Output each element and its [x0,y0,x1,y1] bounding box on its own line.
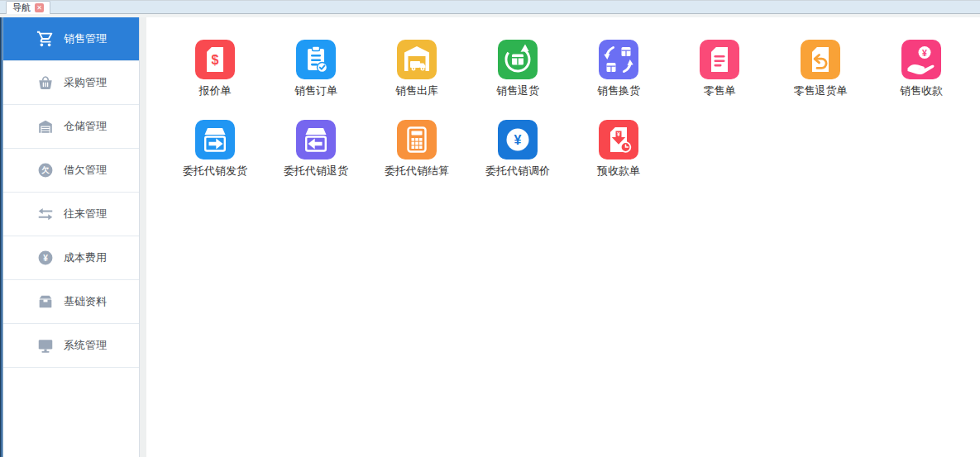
app-item-sales-return[interactable]: 销售退货 [467,40,568,120]
doc-arrow-clock-icon: ¥ [599,120,638,159]
yen-circle-icon: ¥ [498,120,538,159]
sidebar-item-label: 系统管理 [64,338,107,353]
main-content: $报价单销售订单销售出库销售退货销售换货零售单零售退货单¥销售收款委托代销发货委… [146,17,980,457]
sidebar-item-label: 采购管理 [64,75,107,90]
coin-yen-icon: ¥ [36,249,55,267]
svg-text:¥: ¥ [617,131,620,137]
svg-text:$: $ [212,53,219,67]
window-body: 销售管理采购管理仓储管理欠借欠管理往来管理¥成本费用基础资料系统管理 $报价单销… [0,17,980,457]
sidebar-item-basic-data[interactable]: 基础资料 [3,280,139,324]
warehouse-icon [36,117,55,136]
svg-text:¥: ¥ [514,133,522,147]
app-item-consignment-settlement[interactable]: 委托代销结算 [366,120,467,200]
warehouse-truck-icon [397,40,437,79]
sidebar-item-sales[interactable]: 销售管理 [3,17,139,61]
app-item-label: 委托代销退货 [284,164,348,179]
clipboard-check-icon [296,40,336,79]
sidebar-item-label: 仓储管理 [64,119,107,134]
app-item-label: 零售单 [704,83,736,98]
doc-undo-icon [801,40,840,79]
app-item-label: 销售收款 [900,83,943,98]
app-item-advance-receipt[interactable]: ¥预收款单 [568,120,669,200]
sidebar-item-system[interactable]: 系统管理 [3,324,139,368]
calculator-icon [397,120,437,159]
box-arrow-left-icon [296,120,336,159]
sidebar-item-label: 借欠管理 [64,163,107,178]
tab-navigation[interactable]: 导航 ✕ [6,1,50,14]
app-item-label: 委托代销结算 [385,164,449,179]
app-item-sales-collection[interactable]: ¥销售收款 [871,40,972,120]
transfer-arrows-icon [36,205,55,223]
boxes-swap-icon [599,40,638,79]
doc-lines-icon [700,40,739,79]
svg-text:¥: ¥ [43,254,48,263]
app-window: 导航 ✕ 销售管理采购管理仓储管理欠借欠管理往来管理¥成本费用基础资料系统管理 … [0,0,980,457]
sidebar-item-purchase[interactable]: 采购管理 [3,61,139,105]
app-item-label: 委托代销调价 [485,164,550,179]
app-item-label: 销售出库 [395,83,438,98]
sidebar-item-label: 往来管理 [64,207,107,221]
box-return-icon [498,40,538,79]
close-icon[interactable]: ✕ [35,3,44,12]
app-item-consignment-return[interactable]: 委托代销退货 [265,120,366,200]
sidebar-item-contacts[interactable]: 往来管理 [3,193,139,236]
debt-circle-icon: 欠 [36,161,55,179]
app-item-label: 销售退货 [496,83,539,98]
sidebar-item-debt[interactable]: 欠借欠管理 [3,149,139,193]
monitor-icon [36,336,55,355]
sidebar-item-label: 基础资料 [64,294,107,309]
app-item-label: 报价单 [199,83,232,98]
app-item-label: 委托代销发货 [183,164,247,179]
box-arrow-right-icon [195,120,235,159]
svg-text:¥: ¥ [922,48,927,58]
tab-label: 导航 [12,2,31,14]
svg-text:欠: 欠 [41,165,50,174]
sidebar-item-label: 销售管理 [64,31,107,46]
app-item-sales-order[interactable]: 销售订单 [265,40,366,120]
app-item-retail-order[interactable]: 零售单 [669,40,770,120]
app-item-quotation[interactable]: $报价单 [165,40,265,120]
goods-box-icon [36,293,55,311]
sidebar: 销售管理采购管理仓储管理欠借欠管理往来管理¥成本费用基础资料系统管理 [3,17,140,457]
app-item-label: 零售退货单 [794,83,848,98]
app-item-label: 销售订单 [294,83,337,98]
sidebar-item-cost[interactable]: ¥成本费用 [3,236,139,280]
basket-icon [36,74,55,92]
app-item-label: 销售换货 [597,83,640,98]
app-grid: $报价单销售订单销售出库销售退货销售换货零售单零售退货单¥销售收款委托代销发货委… [165,40,978,200]
app-item-sales-outbound[interactable]: 销售出库 [366,40,467,120]
hand-coin-icon: ¥ [901,40,941,79]
tab-bar: 导航 ✕ [0,1,980,14]
doc-dollar-icon: $ [195,40,235,79]
sidebar-item-label: 成本费用 [64,250,107,265]
sidebar-splitter[interactable] [140,17,146,457]
cart-icon [36,30,55,48]
app-item-sales-exchange[interactable]: 销售换货 [568,40,669,120]
app-item-consignment-ship[interactable]: 委托代销发货 [165,120,265,200]
app-item-retail-return-order[interactable]: 零售退货单 [770,40,871,120]
sidebar-item-warehouse[interactable]: 仓储管理 [3,105,139,149]
app-item-consignment-reprice[interactable]: ¥委托代销调价 [467,120,568,200]
app-item-label: 预收款单 [597,164,640,179]
